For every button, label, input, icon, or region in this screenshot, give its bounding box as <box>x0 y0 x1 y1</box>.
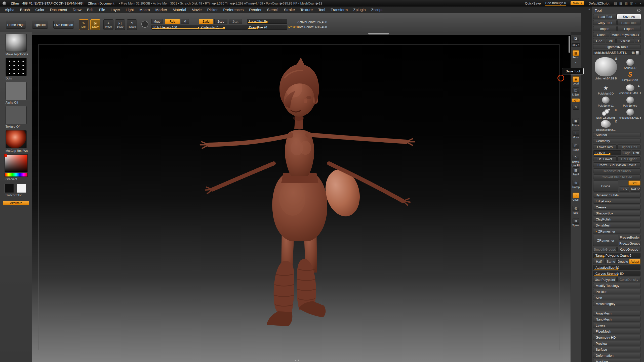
zremesher-section[interactable]: ▸ ZRemesher <box>593 229 640 234</box>
geometry-subsection[interactable]: ClayPolish <box>593 217 640 222</box>
home-page-button[interactable]: Home Page <box>6 21 26 29</box>
save-as-button[interactable]: Save As <box>617 14 641 19</box>
spix-slider[interactable]: SPix 3 <box>571 43 581 47</box>
adaptive-size-slider[interactable]: AdaptiveSize 50 <box>593 265 640 270</box>
tool-thumbnail[interactable]: chibisheikBASE 8 <box>619 109 641 119</box>
menu-item[interactable]: Color <box>33 8 47 12</box>
convert-bpr-button[interactable]: Convert BPR To Geo <box>593 174 640 179</box>
menu-item[interactable]: File <box>96 8 108 12</box>
clone-button[interactable]: Clone <box>593 32 609 37</box>
menu-item[interactable]: Zscript <box>369 8 385 12</box>
xpose-button[interactable]: ⇉ Xpose <box>571 218 581 227</box>
scroll-down-icon[interactable]: ▼ <box>297 359 300 361</box>
palette-section[interactable]: Surface <box>593 347 640 352</box>
suv-toggle[interactable]: Suv <box>619 187 629 192</box>
left-shelf-thumbnail[interactable] <box>6 34 27 52</box>
palette-section[interactable]: FiberMesh <box>593 329 640 334</box>
menu-item[interactable]: Stencil <box>264 8 281 12</box>
slider-knob[interactable] <box>602 255 604 258</box>
hue-bar[interactable] <box>5 173 28 177</box>
menu-item[interactable]: Tool <box>315 8 328 12</box>
tool-thumb-image[interactable] <box>601 120 611 128</box>
left-shelf-thumbnail[interactable] <box>6 82 27 100</box>
rgb-intensity-slider[interactable]: Rgb Intensity 100 <box>151 25 201 30</box>
menu-item[interactable]: Material <box>170 8 189 12</box>
polymesh3d-star-icon[interactable]: ★ <box>601 84 610 92</box>
same-button[interactable]: Same <box>605 259 617 264</box>
zremesher-button[interactable]: ZRemesher <box>593 235 618 246</box>
local-button[interactable]: ◉ Local <box>571 76 581 85</box>
canvas-hscrollbar[interactable] <box>32 32 571 35</box>
tool-thumbnail[interactable]: 13 chibisheikBASE <box>594 120 618 131</box>
copy-tool-button[interactable]: Copy Tool <box>593 20 617 25</box>
export-button[interactable]: Export <box>617 26 641 31</box>
smooth-groups-button[interactable]: SmoothGroups <box>593 247 617 252</box>
tool-thumbnail[interactable]: PolySphere <box>619 97 641 107</box>
left-shelf-item[interactable]: MatCap Red Wax <box>5 130 28 153</box>
close-icon[interactable]: × <box>639 2 641 5</box>
move-canvas-button[interactable]: ＋ Move <box>571 130 581 139</box>
subtool-section[interactable]: Subtool <box>593 132 640 137</box>
tool-thumbnail[interactable]: Sphere3D <box>619 59 641 69</box>
secondary-color-swatch[interactable] <box>17 184 26 193</box>
saturation-value-square[interactable] <box>5 154 28 172</box>
geometry-subsection[interactable]: Size <box>593 295 640 300</box>
menu-item[interactable]: Zplugin <box>350 8 368 12</box>
mrgb-button[interactable]: Mrgb <box>151 19 163 24</box>
reuv-button[interactable]: ReUV <box>630 187 640 192</box>
main-color-swatch[interactable] <box>5 184 14 193</box>
slider-knob[interactable] <box>266 21 268 23</box>
adapt-toggle[interactable]: Adapt <box>629 259 640 264</box>
rstr-button[interactable]: Rstr <box>632 150 640 155</box>
left-shelf-item[interactable]: Texture Off <box>5 106 28 128</box>
focal-shift-slider[interactable]: Focal Shift 0 <box>247 19 287 24</box>
palette-section[interactable]: Deformation <box>593 353 640 358</box>
target-polygons-slider[interactable]: Target Polygons Count 5 <box>593 253 640 258</box>
smt-toggle[interactable]: Smt <box>628 180 640 186</box>
scale-canvas-button[interactable]: ◱ Scale <box>571 143 581 151</box>
solo-button[interactable]: ◎ Solo <box>571 206 581 214</box>
transp-button[interactable]: ◍ Transp <box>571 180 581 189</box>
canvas-nav-arrows[interactable]: ▲▼ <box>294 359 300 361</box>
goz-button[interactable]: GoZ <box>593 38 605 43</box>
geometry-subsection[interactable]: Crease <box>593 205 640 210</box>
zadd-button[interactable]: Zadd <box>199 19 213 24</box>
left-shelf-thumbnail[interactable] <box>6 58 27 76</box>
zsphere-icon[interactable] <box>602 109 610 116</box>
left-shelf-item[interactable]: Move Topological <box>5 34 28 56</box>
tool-thumbnail[interactable]: S SimpleBrush <box>619 71 641 81</box>
frame-button[interactable]: ▣ Frame <box>571 118 581 127</box>
draw-size-slider[interactable]: Draw Size 26 <box>247 25 287 30</box>
palette-section[interactable]: Geometry HD <box>593 335 640 340</box>
scale-mode-button[interactable]: ◱ Scale <box>115 19 125 30</box>
menu-item[interactable]: Marker <box>153 8 170 12</box>
document-canvas[interactable]: ▲▼ <box>32 35 571 362</box>
circle-icon[interactable]: ○ <box>635 2 637 5</box>
tool-thumbnail[interactable]: ★ PolyMesh3D <box>594 84 618 95</box>
palette-section[interactable]: Preview <box>593 341 640 346</box>
brush-stroke-preview[interactable] <box>141 21 148 28</box>
tool-thumb-image[interactable] <box>595 57 617 76</box>
freeze-border-button[interactable]: FreezeBorder <box>619 235 640 240</box>
make-polymesh3d-button[interactable]: Make PolyMesh3D <box>610 32 640 37</box>
tool-thumb-image[interactable] <box>626 59 634 66</box>
rgb-button[interactable]: Rgb <box>165 19 180 24</box>
load-tool-button[interactable]: Load Tool <box>593 14 617 19</box>
move-mode-button[interactable]: ＋ Move <box>103 19 113 30</box>
menu-item[interactable]: Brush <box>17 8 32 12</box>
edit-mode-button[interactable]: ✎ Edit <box>79 19 89 30</box>
left-shelf-thumbnail[interactable] <box>6 130 27 148</box>
line-fill-button[interactable]: Line Fill <box>571 164 581 167</box>
palette-section[interactable]: Masking <box>593 359 640 362</box>
del-lower-button[interactable]: Del Lower <box>593 156 617 161</box>
current-tool-row[interactable]: chibisheikBASE BUTT1. 48 <box>593 50 640 55</box>
curves-strength-slider[interactable]: Curves Strength 50 <box>593 271 640 276</box>
slider-knob[interactable] <box>617 267 618 270</box>
left-shelf-item[interactable]: Dots <box>5 58 28 80</box>
tool-thumbnail[interactable]: 15 Skin_ZSphere3 <box>594 109 618 119</box>
draw-mode-button[interactable]: ◉ Draw <box>90 19 100 30</box>
use-polypaint-button[interactable]: Use Polypaint <box>593 277 617 282</box>
menu-item[interactable]: Stroke <box>281 8 297 12</box>
rotate-mode-button[interactable]: ↻ Rotate <box>127 19 137 30</box>
goz-all-button[interactable]: All <box>606 38 616 43</box>
